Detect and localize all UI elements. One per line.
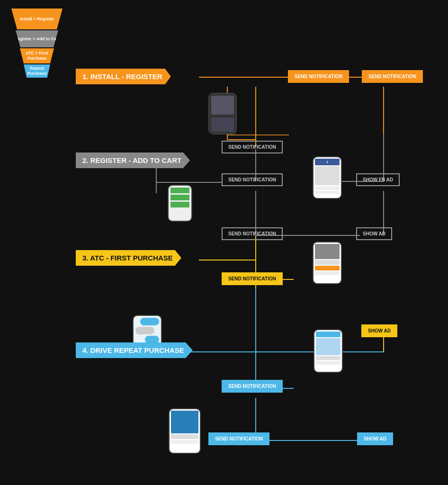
- phone-4: [313, 242, 342, 286]
- phone-1: [208, 93, 237, 136]
- show-fb-ad: SHOW FB AD: [356, 173, 400, 186]
- show-ad-2: SHOW AD: [356, 227, 392, 240]
- send-notif-1c: SEND NOTIFICATION: [222, 141, 283, 153]
- send-notif-2a: SEND NOTIFICATION: [222, 173, 283, 186]
- phone-3: f: [313, 156, 342, 201]
- send-notif-1b: SEND NOTIFICATION: [362, 70, 423, 83]
- phone-6: [314, 329, 343, 375]
- show-ad-yellow: SHOW AD: [361, 324, 397, 337]
- phone-2: [168, 185, 192, 224]
- stage-4-label: 4. DRIVE REPEAT PURCHASE: [76, 342, 193, 358]
- send-notif-4b: SEND NOTIFICATION: [208, 432, 269, 445]
- phone-7: [169, 408, 201, 456]
- show-ad-blue: SHOW AD: [357, 432, 393, 445]
- send-notif-2b: SEND NOTIFICATION: [222, 227, 283, 240]
- stage-3-label: 3. ATC - FIRST PURCHASE: [76, 250, 181, 266]
- send-notif-4: SEND NOTIFICATION: [222, 380, 283, 393]
- send-notif-1a: SEND NOTIFICATION: [288, 70, 349, 83]
- stage-2-label: 2. REGISTER - ADD TO CART: [76, 153, 190, 168]
- send-notif-3: SEND NOTIFICATION: [222, 272, 283, 285]
- stage-1-label: 1. INSTALL - REGISTER: [76, 69, 171, 84]
